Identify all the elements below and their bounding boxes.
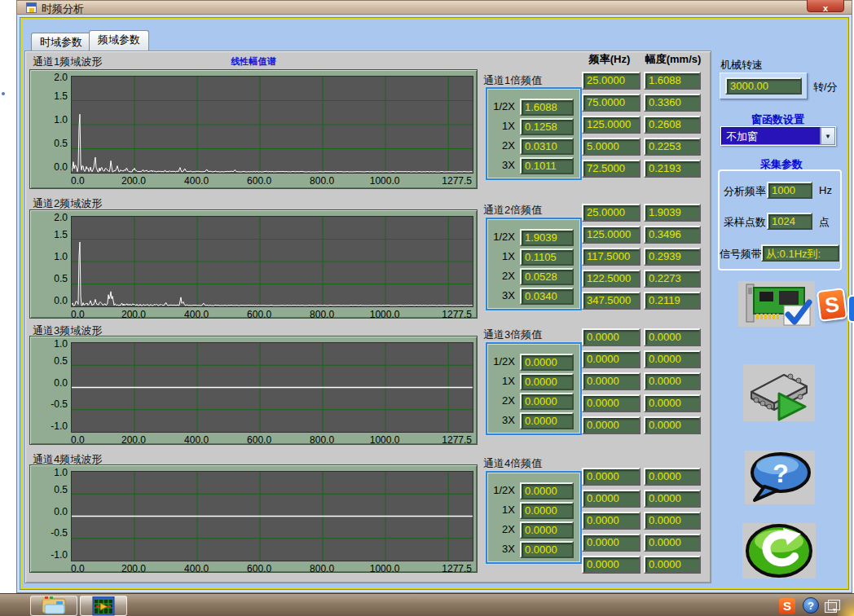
harmonic-value[interactable]: 0.0000 bbox=[520, 393, 574, 410]
analysis-freq-value[interactable]: 1000 bbox=[767, 182, 812, 199]
sogou-s-icon[interactable]: S bbox=[817, 288, 847, 322]
harmonic-value[interactable]: 0.0000 bbox=[520, 354, 574, 371]
amp-cell[interactable]: 0.0000 bbox=[644, 350, 701, 368]
harmonics-group-ch1: 1/2X1.60881X0.12582X0.03103X0.1011 bbox=[486, 87, 582, 180]
amp-cell[interactable]: 1.9039 bbox=[644, 204, 701, 222]
chart-1-plot-area[interactable] bbox=[71, 76, 473, 174]
harmonic-value[interactable]: 1.6088 bbox=[520, 99, 574, 116]
freq-cell[interactable]: 0.0000 bbox=[582, 468, 640, 486]
freq-cell[interactable]: 5.0000 bbox=[582, 138, 640, 156]
chart-3-frame[interactable]: 1.00.50.0-0.5-1.00.0200.0400.0600.0800.0… bbox=[29, 336, 478, 445]
y-tick-label: 0.0 bbox=[32, 506, 68, 517]
freq-cell[interactable]: 0.0000 bbox=[582, 350, 640, 368]
window-titlebar[interactable]: 时频分析 bbox=[16, 0, 852, 14]
freq-cell[interactable]: 0.0000 bbox=[582, 328, 640, 346]
chart-4-frame[interactable]: 1.00.50.0-0.5-1.00.0200.0400.0600.0800.0… bbox=[29, 464, 478, 573]
harmonic-value[interactable]: 0.1258 bbox=[520, 118, 574, 135]
taskbar-folder-button[interactable] bbox=[30, 596, 77, 616]
reset-button[interactable] bbox=[742, 523, 816, 579]
harmonic-value[interactable]: 0.1105 bbox=[520, 249, 574, 266]
x-tick-label: 800.0 bbox=[310, 175, 334, 187]
amp-cell[interactable]: 0.0000 bbox=[644, 328, 701, 346]
tab-time-domain[interactable]: 时域参数 bbox=[31, 33, 91, 51]
amp-cell[interactable]: 0.0000 bbox=[644, 556, 701, 574]
harmonic-value[interactable]: 0.0000 bbox=[520, 521, 574, 539]
chart-3-plot-area[interactable] bbox=[71, 342, 473, 433]
freq-cell[interactable]: 0.0000 bbox=[582, 534, 640, 552]
x-tick-labels: 0.0200.0400.0600.0800.01000.01277.5 bbox=[71, 563, 472, 575]
sample-count-value[interactable]: 1024 bbox=[767, 213, 812, 230]
close-button[interactable]: x bbox=[807, 0, 844, 12]
freq-cell[interactable]: 125.0000 bbox=[582, 226, 640, 244]
harmonic-value[interactable]: 0.0340 bbox=[520, 288, 574, 305]
chip-run-button[interactable] bbox=[743, 364, 815, 421]
chart-4-plot-area[interactable] bbox=[71, 471, 473, 561]
amp-cell[interactable]: 0.2273 bbox=[644, 270, 701, 288]
amp-cell[interactable]: 0.2253 bbox=[644, 138, 701, 156]
amp-cell[interactable]: 0.0000 bbox=[644, 394, 701, 412]
amp-cell[interactable]: 0.2193 bbox=[644, 160, 701, 178]
freq-cell[interactable]: 0.0000 bbox=[582, 416, 640, 434]
tray-sogou-s-icon[interactable]: S bbox=[779, 598, 795, 614]
amp-cell[interactable]: 0.2939 bbox=[644, 248, 701, 266]
tab-freq-domain[interactable]: 频域参数 bbox=[89, 30, 149, 51]
harmonic-value[interactable]: 0.0000 bbox=[520, 373, 574, 390]
x-tick-label: 200.0 bbox=[121, 563, 146, 574]
freq-cell[interactable]: 125.0000 bbox=[582, 116, 640, 134]
chart-2-frame[interactable]: 2.01.51.00.50.00.0200.0400.0600.0800.010… bbox=[29, 209, 478, 319]
harmonic-value[interactable]: 0.0000 bbox=[520, 412, 574, 429]
harmonic-value[interactable]: 0.0528 bbox=[520, 268, 574, 285]
freq-cell[interactable]: 117.5000 bbox=[582, 248, 640, 266]
speed-value[interactable]: 3000.00 bbox=[725, 77, 802, 95]
harmonic-value[interactable]: 0.0000 bbox=[520, 541, 574, 558]
chevron-down-icon[interactable]: ▼ bbox=[821, 127, 835, 145]
harmonic-value[interactable]: 0.1011 bbox=[520, 157, 574, 174]
harmonic-value[interactable]: 0.0310 bbox=[520, 138, 574, 155]
taskbar-labview-button[interactable] bbox=[80, 596, 127, 616]
freq-cell[interactable]: 25.0000 bbox=[582, 72, 640, 90]
freq-cell[interactable]: 122.5000 bbox=[582, 270, 640, 288]
show-desktop-corner[interactable] bbox=[838, 594, 854, 616]
amp-cell[interactable]: 0.3496 bbox=[644, 226, 701, 244]
amp-cell[interactable]: 1.6088 bbox=[644, 72, 701, 90]
freq-cell[interactable]: 0.0000 bbox=[582, 556, 640, 574]
freq-cell[interactable]: 0.0000 bbox=[582, 512, 640, 530]
chart-caption: 通道1频域波形 bbox=[33, 55, 102, 69]
tray-arrow-icon[interactable]: ▾ bbox=[833, 606, 836, 614]
harmonic-order-label: 1X bbox=[487, 375, 515, 387]
amp-cell[interactable]: 0.0000 bbox=[644, 372, 701, 390]
help-button[interactable]: ? bbox=[745, 451, 815, 504]
signal-band-value[interactable]: 从:0.1Hz到: bbox=[761, 244, 839, 262]
window-fn-selected[interactable]: 不加窗 bbox=[721, 127, 821, 145]
amp-cell[interactable]: 0.0000 bbox=[644, 512, 701, 530]
freq-cell[interactable]: 25.0000 bbox=[582, 204, 640, 222]
freq-cell[interactable]: 72.5000 bbox=[582, 160, 640, 178]
y-tick-label: 0.5 bbox=[32, 484, 68, 495]
harmonic-row: 2X0.0528 bbox=[487, 268, 580, 286]
amp-cell[interactable]: 0.0000 bbox=[644, 416, 701, 434]
amp-cell[interactable]: 0.2608 bbox=[644, 116, 701, 134]
freq-cell[interactable]: 75.0000 bbox=[582, 94, 640, 112]
window-fn-dropdown[interactable]: 不加窗 ▼ bbox=[720, 126, 836, 146]
harmonic-value[interactable]: 0.0000 bbox=[520, 502, 574, 519]
amp-cell[interactable]: 0.3360 bbox=[644, 94, 701, 112]
tray-help-icon[interactable]: ? bbox=[803, 597, 819, 614]
amp-cell[interactable]: 0.0000 bbox=[644, 534, 701, 552]
amp-cell[interactable]: 0.0000 bbox=[644, 490, 701, 508]
screen: 时频分析 x 时域参数 频域参数 线性幅值谱 机械转速 3000.00 转/分 … bbox=[0, 0, 854, 616]
freq-cell[interactable]: 0.0000 bbox=[582, 372, 640, 390]
x-tick-labels: 0.0200.0400.0600.0800.01000.01277.5 bbox=[71, 309, 472, 321]
harmonic-value[interactable]: 1.9039 bbox=[520, 229, 574, 246]
speed-frame: 3000.00 bbox=[720, 73, 808, 99]
chart-1-frame[interactable]: 2.01.51.00.50.00.0200.0400.0600.0800.010… bbox=[29, 69, 478, 189]
amp-cell[interactable]: 0.2119 bbox=[644, 292, 701, 310]
freq-cell[interactable]: 0.0000 bbox=[582, 490, 640, 508]
x-tick-label: 600.0 bbox=[247, 434, 271, 446]
amp-cell[interactable]: 0.0000 bbox=[644, 468, 701, 486]
harmonic-value[interactable]: 0.0000 bbox=[520, 482, 574, 499]
harmonic-row: 1/2X1.9039 bbox=[487, 229, 580, 247]
freq-cell[interactable]: 0.0000 bbox=[582, 394, 640, 412]
chart-2-plot-area[interactable] bbox=[71, 216, 473, 307]
freq-cell[interactable]: 347.5000 bbox=[582, 292, 640, 310]
pci-card-check-button[interactable] bbox=[738, 281, 815, 327]
